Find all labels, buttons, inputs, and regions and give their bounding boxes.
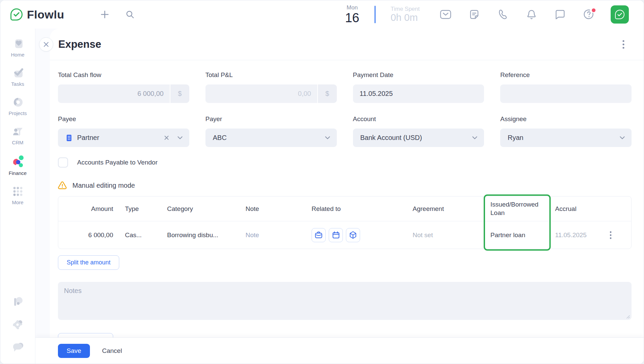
accrual-date[interactable]: 11.05.2025 xyxy=(555,231,587,239)
total-cash-flow-input[interactable]: 6 000,00 $ xyxy=(58,84,189,103)
relate-object-button[interactable] xyxy=(346,228,360,242)
time-spent[interactable]: Time Spent 0h 0m xyxy=(391,6,420,24)
notes-button[interactable] xyxy=(468,8,481,21)
sidebar-item-label: More xyxy=(12,199,23,205)
notes-field xyxy=(58,282,632,321)
day-number: 16 xyxy=(345,11,359,24)
time-spent-value: 0h 0m xyxy=(391,12,420,23)
payee-select[interactable]: Partner xyxy=(58,129,189,147)
cancel-button[interactable]: Cancel xyxy=(97,344,127,357)
assignee-select[interactable]: Ryan xyxy=(500,129,632,147)
sidebar-item-finance[interactable]: Finance xyxy=(0,155,35,176)
reference-input[interactable] xyxy=(500,84,632,103)
chevron-down-icon xyxy=(178,136,183,139)
assignee-value: Ryan xyxy=(508,134,523,142)
account-value: Bank Account (USD) xyxy=(360,134,422,142)
cell-agreement[interactable]: Not set xyxy=(402,231,486,239)
organization-icon xyxy=(65,134,73,142)
total-pl-value[interactable]: 0,00 xyxy=(205,84,317,103)
field-label: Payer xyxy=(205,115,337,123)
tasks-icon xyxy=(12,67,24,79)
total-pl-input[interactable]: 0,00 $ xyxy=(205,84,337,103)
mail-button[interactable] xyxy=(439,8,452,21)
sidebar-item-label: Tasks xyxy=(11,81,24,87)
topbar: Flowlu Mon 16 Time Spent 0h 0m xyxy=(0,0,644,29)
payment-date-input[interactable]: 11.05.2025 xyxy=(353,84,484,103)
phone-button[interactable] xyxy=(496,8,510,21)
create-button[interactable] xyxy=(98,8,111,21)
field-account: Account Bank Account (USD) xyxy=(353,115,484,147)
patreon-button[interactable] xyxy=(10,294,25,309)
field-total-cash-flow: Total Cash flow 6 000,00 $ xyxy=(58,71,189,103)
chat-bubble-icon xyxy=(555,9,566,20)
sidebar-item-projects[interactable]: Projects xyxy=(0,97,35,116)
panel-header: Expense xyxy=(50,29,644,60)
manual-editing-row: Manual editing mode xyxy=(58,181,632,189)
col-note: Note xyxy=(237,205,301,213)
field-total-pl: Total P&L 0,00 $ xyxy=(205,71,337,103)
sidebar-item-more[interactable]: More xyxy=(0,186,35,205)
relate-crm-button[interactable] xyxy=(312,228,326,242)
payer-select[interactable]: ABC xyxy=(205,129,337,147)
field-label: Total Cash flow xyxy=(58,71,189,79)
brand[interactable]: Flowlu xyxy=(10,8,64,21)
sidebar-item-tasks[interactable]: Tasks xyxy=(0,67,35,87)
notifications-button[interactable] xyxy=(525,8,538,21)
feedback-button[interactable] xyxy=(10,340,25,355)
help-notification-dot xyxy=(592,8,595,12)
accounts-payable-label: Accounts Payable to Vendor xyxy=(77,159,158,166)
cell-type[interactable]: Cas... xyxy=(117,231,159,239)
col-type: Type xyxy=(117,205,159,213)
form-footer: Save Cancel xyxy=(35,337,644,364)
note-document-icon xyxy=(469,9,480,20)
cell-issued-borrowed-loan[interactable]: Partner loan xyxy=(486,231,551,239)
bell-icon xyxy=(526,9,537,20)
settings-button[interactable] xyxy=(10,317,25,332)
clear-icon[interactable] xyxy=(164,136,169,140)
save-button[interactable]: Save xyxy=(58,344,90,358)
field-label: Payment Date xyxy=(353,71,484,79)
sidebar-item-home[interactable]: Home xyxy=(0,38,35,58)
cell-category[interactable]: Borrowing disbu... xyxy=(159,231,237,239)
col-issued-borrowed-loan: Issued/Borrowed Loan xyxy=(486,201,551,217)
total-cash-flow-value[interactable]: 6 000,00 xyxy=(58,84,170,103)
flowlu-app-tile[interactable] xyxy=(611,5,629,24)
topbar-divider xyxy=(375,6,376,23)
row-menu-button[interactable] xyxy=(606,229,616,241)
col-category: Category xyxy=(159,205,237,213)
day-of-week: Mon xyxy=(345,5,359,10)
feedback-bubble-icon xyxy=(12,342,24,353)
more-grid-icon xyxy=(12,186,24,197)
search-icon xyxy=(126,10,134,19)
phone-icon xyxy=(497,9,508,20)
calendar-icon xyxy=(332,231,340,239)
kebab-icon xyxy=(622,40,624,49)
notes-textarea[interactable] xyxy=(58,282,632,320)
field-label: Account xyxy=(353,115,484,123)
header-menu-button[interactable] xyxy=(617,38,630,50)
home-icon xyxy=(12,38,24,49)
account-select[interactable]: Bank Account (USD) xyxy=(353,129,484,147)
cell-amount[interactable]: 6 000,00 xyxy=(58,231,117,239)
messenger-button[interactable] xyxy=(553,8,567,21)
relate-event-button[interactable] xyxy=(329,228,343,242)
chevron-down-icon xyxy=(620,136,625,139)
plus-icon xyxy=(100,10,109,19)
sidebar-item-label: Projects xyxy=(8,110,27,116)
help-button[interactable] xyxy=(582,8,595,21)
split-amount-button[interactable]: Split the amount xyxy=(58,255,119,270)
kebab-icon xyxy=(610,231,612,239)
projects-icon xyxy=(12,97,24,108)
accounts-payable-checkbox[interactable] xyxy=(58,157,68,168)
search-button[interactable] xyxy=(123,8,137,21)
transactions-table: Amount Type Category Note Related to Agr… xyxy=(58,196,632,249)
close-button[interactable] xyxy=(39,37,53,51)
note-link[interactable]: Note xyxy=(246,231,259,239)
cube-icon xyxy=(349,231,357,239)
currency-suffix: $ xyxy=(170,84,189,103)
cell-accrual: 11.05.2025 xyxy=(551,229,631,241)
calendar-date[interactable]: Mon 16 xyxy=(345,5,359,24)
sidebar-item-crm[interactable]: CRM xyxy=(0,126,35,145)
flowlu-logo-icon xyxy=(10,8,23,21)
field-payment-date: Payment Date 11.05.2025 xyxy=(353,71,484,103)
